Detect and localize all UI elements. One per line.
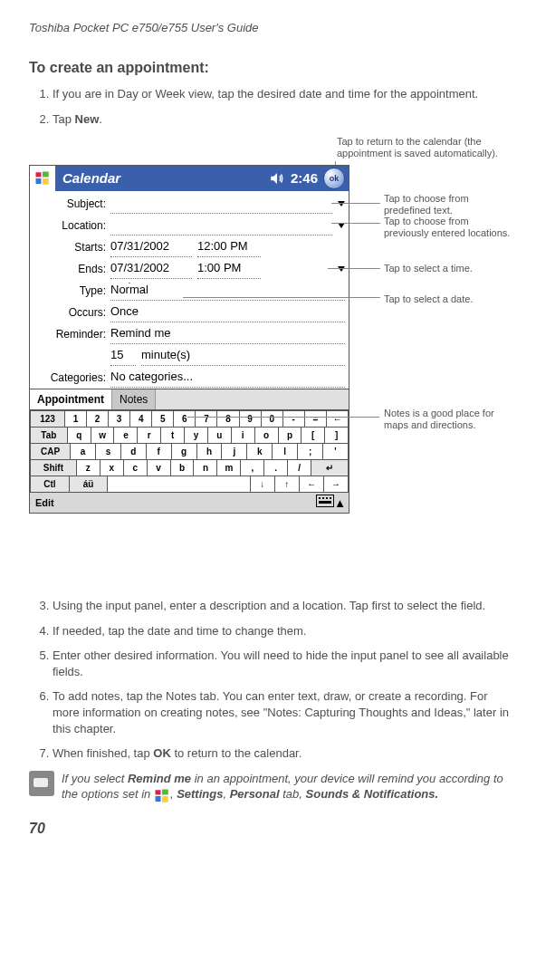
up-caret-icon[interactable]: ▴ bbox=[337, 495, 343, 510]
clock-text[interactable]: 2:46 bbox=[291, 169, 318, 187]
step-1: If you are in Day or Week view, tap the … bbox=[53, 86, 511, 102]
reminder-amount[interactable]: 15 minute(s) bbox=[109, 347, 345, 366]
note-icon bbox=[29, 771, 54, 796]
keyboard-icon[interactable] bbox=[316, 495, 334, 507]
step-5: Enter other desired information. You wil… bbox=[53, 648, 511, 679]
doc-header: Toshiba Pocket PC e750/e755 User's Guide bbox=[29, 20, 511, 36]
tabs-bar: Appointment Notes bbox=[30, 389, 349, 409]
step-2-text: Tap bbox=[53, 112, 75, 126]
ends-date[interactable]: 07/31/2002 bbox=[110, 260, 192, 279]
svg-rect-5 bbox=[162, 789, 168, 794]
step-3: Using the input panel, enter a descripti… bbox=[53, 598, 511, 614]
speaker-icon[interactable] bbox=[269, 170, 285, 187]
device-screenshot: Calendar 2:46 ok Subject: Location: Star… bbox=[29, 165, 349, 514]
subject-label: Subject: bbox=[34, 197, 109, 211]
step-7: When finished, tap OK to return to the c… bbox=[53, 745, 511, 762]
reminder-field[interactable]: Remind me bbox=[109, 325, 345, 344]
tab-appointment[interactable]: Appointment bbox=[30, 389, 112, 409]
subject-field[interactable] bbox=[109, 195, 345, 214]
starts-date[interactable]: 07/31/2002 bbox=[110, 238, 192, 257]
soft-keyboard[interactable]: 1231234567890-=← Tabqwertyuiop[] CAPasdf… bbox=[30, 409, 349, 492]
starts-time[interactable]: 12:00 PM bbox=[197, 238, 261, 257]
svg-rect-0 bbox=[36, 172, 42, 177]
callout-notes: Notes is a good place for maps and direc… bbox=[384, 408, 511, 431]
title-bar: Calendar 2:46 ok bbox=[30, 166, 349, 191]
callout-predef: Tap to choose from predefined text. bbox=[384, 193, 511, 216]
edit-menu[interactable]: Edit bbox=[35, 496, 54, 510]
starts-label: Starts: bbox=[34, 240, 109, 255]
ends-label: Ends: bbox=[34, 262, 109, 276]
svg-rect-1 bbox=[43, 172, 49, 178]
svg-rect-3 bbox=[43, 178, 49, 185]
svg-rect-6 bbox=[155, 796, 160, 802]
ends-time[interactable]: 1:00 PM bbox=[197, 260, 261, 279]
ends-field[interactable]: 07/31/2002 1:00 PM bbox=[109, 260, 345, 279]
page-number: 70 bbox=[29, 819, 511, 839]
reminder-label: Reminder: bbox=[34, 327, 109, 341]
form-area: Subject: Location: Starts: 07/31/2002 12… bbox=[30, 191, 349, 389]
chevron-down-icon[interactable] bbox=[338, 201, 345, 207]
app-title: Calendar bbox=[55, 169, 269, 187]
section-title: To create an appointment: bbox=[29, 58, 511, 78]
edit-bar: Edit ▴ bbox=[30, 492, 349, 513]
step-7-post: to return to the calendar. bbox=[171, 746, 302, 760]
step-4: If needed, tap the date and time to chan… bbox=[53, 623, 511, 639]
location-field[interactable] bbox=[109, 216, 345, 235]
callout-return: Tap to return to the calendar (the appoi… bbox=[337, 136, 518, 159]
step-7-pre: When finished, tap bbox=[53, 746, 153, 760]
categories-label: Categories: bbox=[34, 370, 109, 385]
note-text: If you select Remind me in an appointmen… bbox=[62, 771, 511, 802]
callout-seltime: Tap to select a time. bbox=[384, 263, 473, 274]
step-6: To add notes, tap the Notes tab. You can… bbox=[53, 688, 511, 736]
screenshot-area: Tap to return to the calendar (the appoi… bbox=[29, 136, 511, 589]
svg-rect-2 bbox=[36, 178, 42, 184]
tab-notes[interactable]: Notes bbox=[112, 389, 156, 409]
note-block: If you select Remind me in an appointmen… bbox=[29, 771, 511, 802]
chevron-down-icon[interactable] bbox=[338, 266, 345, 272]
categories-field[interactable]: No categories... bbox=[109, 369, 345, 388]
location-label: Location: bbox=[34, 218, 109, 233]
callout-prevloc: Tap to choose from previously entered lo… bbox=[384, 216, 511, 239]
svg-rect-7 bbox=[162, 796, 168, 802]
occurs-label: Occurs: bbox=[34, 305, 109, 320]
step-2-new: New bbox=[75, 112, 100, 126]
svg-rect-4 bbox=[155, 790, 160, 794]
start-icon[interactable] bbox=[30, 166, 55, 191]
start-flag-icon bbox=[154, 788, 170, 801]
step-7-ok: OK bbox=[153, 746, 171, 760]
starts-field[interactable]: 07/31/2002 12:00 PM bbox=[109, 238, 345, 257]
ok-button[interactable]: ok bbox=[323, 168, 345, 189]
step-2: Tap New. bbox=[53, 111, 511, 128]
callout-seldate: Tap to select a date. bbox=[384, 293, 473, 305]
occurs-field[interactable]: Once bbox=[109, 303, 345, 322]
step-2-period: . bbox=[99, 112, 102, 126]
type-label: Type: bbox=[34, 283, 109, 298]
